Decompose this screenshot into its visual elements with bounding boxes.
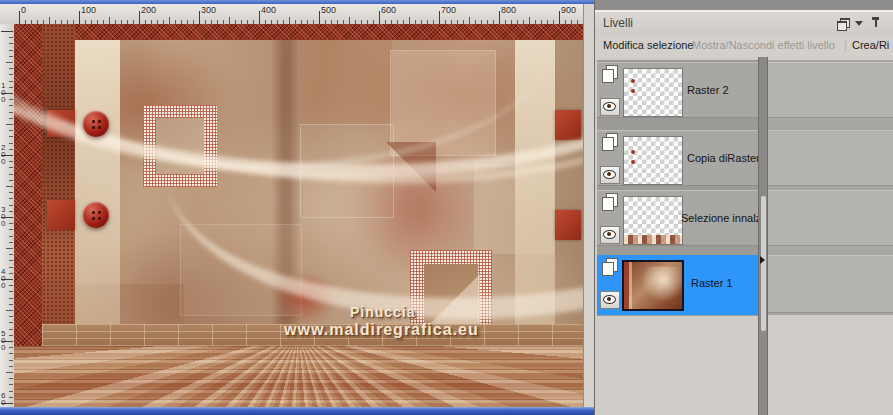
- ruler-label: 100: [1, 82, 8, 103]
- ruler-label: 0: [21, 5, 26, 15]
- ruler-label: 100: [81, 5, 96, 15]
- art-button-bottom: [83, 202, 109, 228]
- layer-thumbnail[interactable]: [623, 196, 683, 245]
- layer-name: Copia diRaster 2: [687, 152, 769, 164]
- ruler-label: 200: [1, 144, 8, 165]
- ruler-label: 600: [381, 5, 396, 15]
- layers-panel: Livelli Modifica selezione Mostra/Nascon…: [594, 0, 893, 415]
- layer-row-raster2[interactable]: Raster 2: [597, 62, 758, 118]
- ruler-label: 500: [321, 5, 336, 15]
- ruler-label: 700: [441, 5, 456, 15]
- layer-list: Raster 2 Normale 100 Copia diRaster 2: [595, 57, 893, 415]
- layer-thumbnail[interactable]: [623, 136, 683, 185]
- pin-icon[interactable]: [871, 17, 880, 29]
- panel-title: Livelli: [603, 16, 633, 30]
- ruler-label: 500: [1, 330, 8, 351]
- float-window-icon[interactable]: [837, 18, 849, 29]
- art-floor-rays: [14, 346, 583, 407]
- menu-arrow-icon[interactable]: [855, 21, 863, 26]
- layer-thumbnail[interactable]: [622, 260, 684, 311]
- panel-toolbar: Modifica selezione Mostra/Nascondi effet…: [595, 34, 893, 58]
- visibility-eye-icon[interactable]: [600, 291, 620, 309]
- layer-page-icon: [601, 65, 619, 83]
- ruler-label: 600: [1, 392, 8, 407]
- toolbar-separator: |: [844, 39, 847, 51]
- ruler-label: 300: [1, 206, 8, 227]
- ruler-label: 200: [141, 5, 156, 15]
- layer-name: Raster 2: [687, 84, 729, 96]
- layer-page-icon: [601, 193, 619, 211]
- toolbar-mostra-nascondi: Mostra/Nascondi effetti livello: [692, 39, 835, 51]
- ruler-corner: [0, 4, 15, 25]
- art-button-top: [83, 111, 109, 137]
- app-window: 0 100 200 300 400 500 600 700 800 900 10…: [0, 0, 893, 415]
- layer-page-icon: [601, 133, 619, 151]
- layer-row-raster1-selected[interactable]: Raster 1: [597, 255, 758, 315]
- ruler-label: 800: [501, 5, 516, 15]
- layer-row-copia-diraster2[interactable]: Copia diRaster 2: [597, 130, 758, 186]
- ruler-label: 400: [1, 268, 8, 289]
- watermark-url: www.maldiregrafica.eu: [284, 321, 479, 339]
- splitter-arrow-icon[interactable]: [760, 256, 765, 264]
- visibility-eye-icon[interactable]: [600, 166, 620, 184]
- blend-band: Normale 100: [766, 130, 893, 186]
- layer-thumbnail[interactable]: [623, 68, 683, 117]
- ruler-label: 400: [261, 5, 276, 15]
- layer-page-icon: [601, 258, 619, 276]
- blend-band: Normale 100: [766, 62, 893, 118]
- ruler-horizontal: 0 100 200 300 400 500 600 700 800 900: [14, 4, 594, 25]
- layer-row-selezione-innalzata[interactable]: Selezione innalzata: [597, 190, 758, 246]
- blend-band: Normale 100: [766, 190, 893, 246]
- toolbar-modifica-selezione[interactable]: Modifica selezione: [603, 39, 694, 51]
- watermark-author: Pinuccia: [350, 304, 416, 320]
- docked-panel-edge: [595, 0, 893, 12]
- ruler-label: 900: [561, 5, 576, 15]
- layer-name: Raster 1: [691, 277, 733, 289]
- ruler-label: 300: [201, 5, 216, 15]
- ruler-vertical: 100 200 300 400 500 600: [0, 24, 15, 407]
- document-canvas[interactable]: Pinuccia www.maldiregrafica.eu: [14, 24, 583, 407]
- visibility-eye-icon[interactable]: [600, 98, 620, 116]
- visibility-eye-icon[interactable]: [600, 226, 620, 244]
- toolbar-crea[interactable]: Crea/Ri: [852, 39, 889, 51]
- blend-band: Normale 100: [766, 255, 893, 313]
- window-border-bottom: [0, 407, 594, 415]
- panel-title-bar: Livelli: [595, 12, 893, 34]
